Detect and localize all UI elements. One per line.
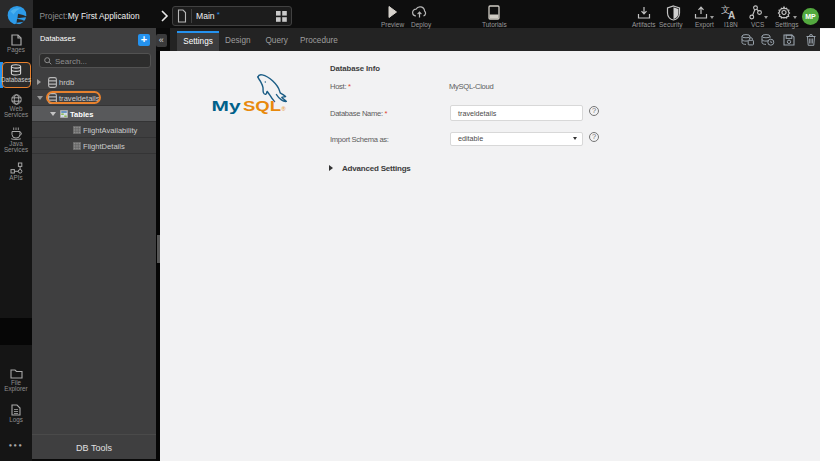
svg-text:My: My: [212, 98, 241, 114]
svg-text:®: ®: [282, 106, 286, 112]
svg-text:A: A: [728, 10, 735, 20]
svg-text:SQL: SQL: [243, 98, 282, 114]
